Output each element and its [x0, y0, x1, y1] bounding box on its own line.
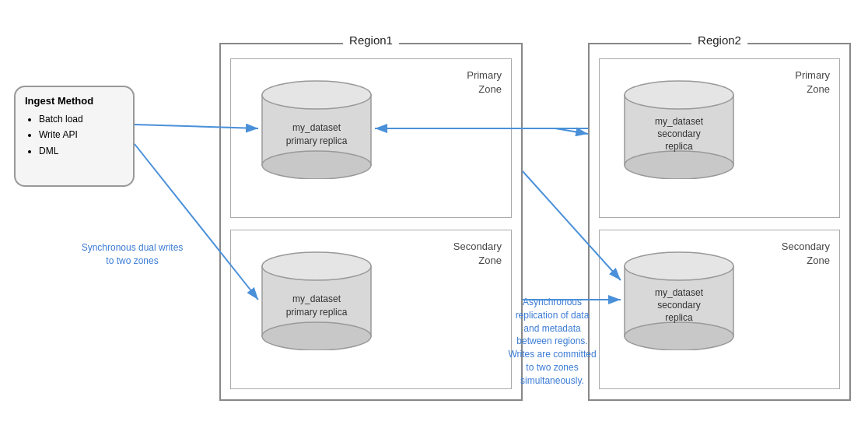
- svg-point-2: [262, 81, 371, 109]
- diagram-canvas: Ingest Method Batch load Write API DML R…: [0, 0, 868, 439]
- region2-primary-zone-label: PrimaryZone: [795, 68, 830, 97]
- svg-text:secondary: secondary: [657, 128, 700, 139]
- ingest-item-batch: Batch load: [39, 111, 124, 127]
- svg-text:primary replica: primary replica: [286, 135, 348, 146]
- svg-point-11: [625, 151, 733, 179]
- region2-label: Region2: [691, 33, 747, 47]
- svg-text:my_dataset: my_dataset: [655, 116, 704, 127]
- svg-point-18: [625, 252, 733, 280]
- region1-secondary-zone-label: SecondaryZone: [453, 240, 502, 268]
- ingest-list: Batch load Write API DML: [25, 111, 124, 159]
- region1-primary-cylinder: my_dataset primary replica: [258, 78, 375, 182]
- svg-point-7: [262, 252, 371, 280]
- region1-secondary-cylinder: my_dataset primary replica: [258, 249, 375, 353]
- sync-dual-label: Synchronous dual writesto two zones: [62, 241, 202, 268]
- ingest-method-box: Ingest Method Batch load Write API DML: [14, 86, 135, 187]
- svg-text:primary replica: primary replica: [286, 307, 348, 318]
- ingest-item-api: Write API: [39, 127, 124, 142]
- ingest-item-dml: DML: [39, 143, 124, 159]
- region2-primary-cylinder: my_dataset secondary replica: [621, 78, 737, 182]
- svg-text:my_dataset: my_dataset: [292, 122, 341, 133]
- ingest-title: Ingest Method: [25, 95, 124, 107]
- arrow-r1primary-to-r2primary: [523, 128, 588, 134]
- svg-point-17: [625, 322, 733, 350]
- svg-text:secondary: secondary: [657, 300, 700, 311]
- svg-text:replica: replica: [665, 141, 693, 152]
- region2-secondary-cylinder: my_dataset secondary replica: [621, 249, 737, 353]
- svg-point-6: [262, 322, 371, 350]
- region1-label: Region1: [343, 33, 399, 47]
- svg-point-12: [625, 81, 733, 109]
- region1-primary-zone-label: PrimaryZone: [467, 68, 502, 97]
- svg-text:my_dataset: my_dataset: [292, 293, 341, 304]
- svg-text:my_dataset: my_dataset: [655, 287, 704, 298]
- svg-text:replica: replica: [665, 312, 693, 323]
- region2-secondary-zone-label: SecondaryZone: [782, 240, 830, 268]
- async-label: Asynchronousreplication of dataand metad…: [478, 296, 626, 388]
- svg-point-1: [262, 151, 371, 179]
